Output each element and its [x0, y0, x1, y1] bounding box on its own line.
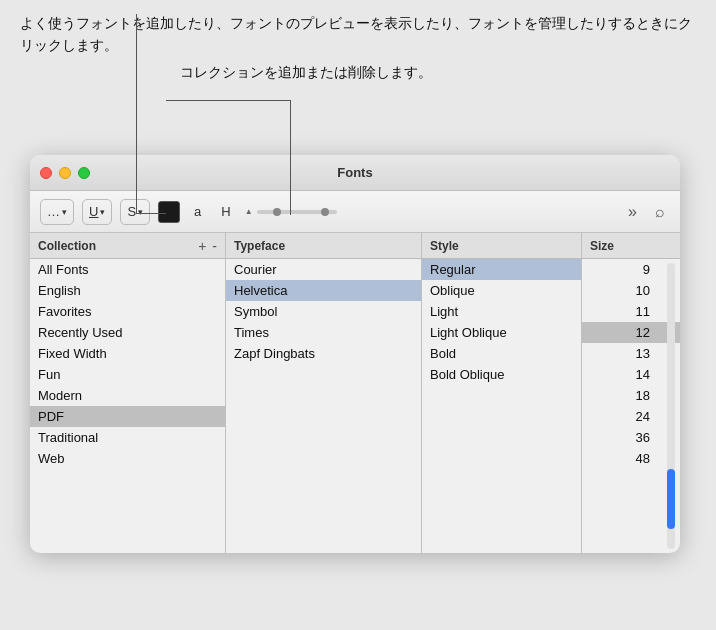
- callout-line-vertical: [136, 14, 137, 214]
- size-scrollbar[interactable]: [664, 259, 678, 553]
- typeface-list-item[interactable]: Symbol: [226, 301, 421, 322]
- columns-button[interactable]: H: [215, 199, 236, 225]
- underline-button[interactable]: U ▾: [82, 199, 112, 225]
- collection-header-buttons: + -: [198, 239, 217, 253]
- typeface-list-item[interactable]: Times: [226, 322, 421, 343]
- collection-list-item[interactable]: Recently Used: [30, 322, 225, 343]
- style-list-item[interactable]: Light: [422, 301, 581, 322]
- collection-list: All FontsEnglishFavoritesRecently UsedFi…: [30, 259, 225, 553]
- window-title: Fonts: [337, 165, 372, 180]
- maximize-button[interactable]: [78, 167, 90, 179]
- collection-list-item[interactable]: English: [30, 280, 225, 301]
- color-picker[interactable]: [158, 201, 180, 223]
- style-column-label: Style: [430, 239, 459, 253]
- columns-label: H: [221, 204, 230, 219]
- callout-line-horizontal2: [166, 100, 290, 101]
- strikethrough-label: S: [127, 204, 136, 219]
- typeface-list-item[interactable]: Zapf Dingbats: [226, 343, 421, 364]
- collection-list-item[interactable]: Web: [30, 448, 225, 469]
- content-area: Collection + - All FontsEnglishFavorites…: [30, 233, 680, 553]
- collection-column-label: Collection: [38, 239, 96, 253]
- close-button[interactable]: [40, 167, 52, 179]
- style-list: RegularObliqueLightLight ObliqueBoldBold…: [422, 259, 581, 553]
- typeface-list-item[interactable]: Helvetica: [226, 280, 421, 301]
- slider-thumb-right: [321, 208, 329, 216]
- window-controls: [40, 167, 90, 179]
- more-button[interactable]: »: [623, 201, 642, 223]
- typeface-list-item[interactable]: Courier: [226, 259, 421, 280]
- typeface-column-label: Typeface: [234, 239, 285, 253]
- size-column: Size 9101112131418243648: [582, 233, 680, 553]
- size-column-label: Size: [590, 239, 614, 253]
- actions-button[interactable]: … ▾: [40, 199, 74, 225]
- style-list-item[interactable]: Light Oblique: [422, 322, 581, 343]
- collection-list-item[interactable]: Traditional: [30, 427, 225, 448]
- style-column-header: Style: [422, 233, 581, 259]
- slider-track[interactable]: [257, 210, 337, 214]
- style-list-item[interactable]: Bold: [422, 343, 581, 364]
- collection-list-item[interactable]: Fixed Width: [30, 343, 225, 364]
- collection-column: Collection + - All FontsEnglishFavorites…: [30, 233, 226, 553]
- style-list-item[interactable]: Oblique: [422, 280, 581, 301]
- text-label: a: [194, 204, 201, 219]
- slider-triangle-up: ▲: [245, 207, 253, 216]
- collection-header: Collection + -: [30, 233, 225, 259]
- minimize-button[interactable]: [59, 167, 71, 179]
- collection-list-item[interactable]: Favorites: [30, 301, 225, 322]
- actions-label: …: [47, 204, 60, 219]
- style-column: Style RegularObliqueLightLight ObliqueBo…: [422, 233, 582, 553]
- typeface-column: Typeface CourierHelveticaSymbolTimesZapf…: [226, 233, 422, 553]
- style-list-item[interactable]: Regular: [422, 259, 581, 280]
- callout-line-vertical2: [290, 100, 291, 215]
- chevron-down-icon2: ▾: [100, 207, 105, 217]
- scroll-track: [667, 263, 675, 549]
- add-collection-button[interactable]: +: [198, 239, 206, 253]
- typeface-list: CourierHelveticaSymbolTimesZapf Dingbats: [226, 259, 421, 553]
- style-list-item[interactable]: Bold Oblique: [422, 364, 581, 385]
- collection-list-item[interactable]: PDF: [30, 406, 225, 427]
- size-column-header: Size: [582, 233, 680, 259]
- chevron-down-icon3: ▾: [138, 207, 143, 217]
- collection-list-item[interactable]: All Fonts: [30, 259, 225, 280]
- chevron-down-icon: ▾: [62, 207, 67, 217]
- collection-list-item[interactable]: Modern: [30, 385, 225, 406]
- typeface-column-header: Typeface: [226, 233, 421, 259]
- remove-collection-button[interactable]: -: [212, 239, 217, 253]
- fonts-window: Fonts … ▾ U ▾ S ▾ a H ▲ »: [30, 155, 680, 553]
- callout-line-horizontal: [136, 213, 166, 214]
- scroll-thumb[interactable]: [667, 469, 675, 529]
- underline-label: U: [89, 204, 98, 219]
- tooltip-main-text: よく使うフォントを追加したり、フォントのプレビューを表示したり、フォントを管理し…: [20, 12, 696, 57]
- title-bar: Fonts: [30, 155, 680, 191]
- slider-thumb-left: [273, 208, 281, 216]
- collection-list-item[interactable]: Fun: [30, 364, 225, 385]
- search-button[interactable]: ⌕: [650, 201, 670, 223]
- tooltip-area: よく使うフォントを追加したり、フォントのプレビューを表示したり、フォントを管理し…: [0, 0, 716, 83]
- tooltip-sub-text: コレクションを追加または削除します。: [180, 61, 696, 83]
- toolbar: … ▾ U ▾ S ▾ a H ▲ » ⌕: [30, 191, 680, 233]
- search-icon: ⌕: [655, 203, 665, 221]
- text-button[interactable]: a: [188, 199, 207, 225]
